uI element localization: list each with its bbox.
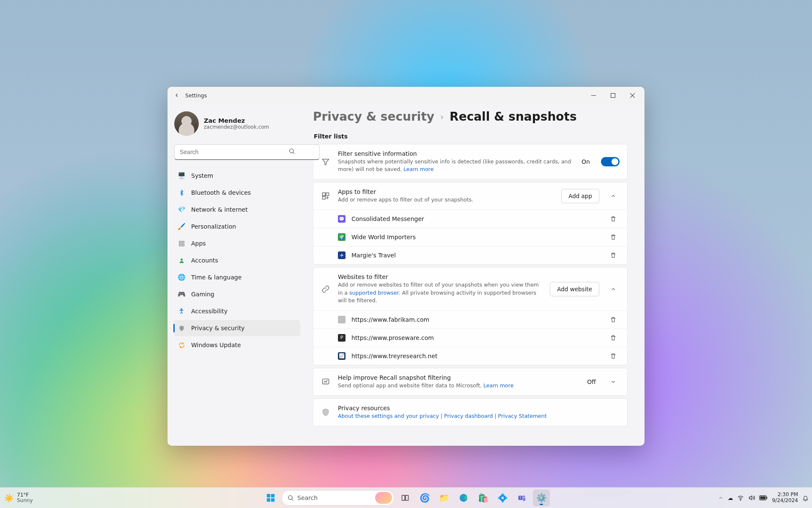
supported-browser-link[interactable]: supported browser xyxy=(349,290,398,296)
svg-rect-4 xyxy=(179,244,181,246)
svg-rect-10 xyxy=(323,196,326,199)
tray-notifications-icon[interactable] xyxy=(802,495,809,501)
add-app-button[interactable]: Add app xyxy=(561,189,599,203)
nav-network[interactable]: 💎Network & internet xyxy=(173,202,300,218)
breadcrumb-parent[interactable]: Privacy & security xyxy=(313,110,434,124)
app-icon: 🌍 xyxy=(338,233,346,241)
accounts-icon xyxy=(178,257,185,264)
taskbar-settings[interactable]: ⚙️ xyxy=(533,489,550,506)
nav-accounts[interactable]: Accounts xyxy=(173,252,300,268)
card-filter-sensitive: Filter sensitive information Snapshots w… xyxy=(313,144,628,179)
site-icon: P xyxy=(338,334,346,342)
site-row: P https://www.proseware.com xyxy=(313,329,627,347)
nav-gaming[interactable]: 🎮Gaming xyxy=(173,286,300,302)
user-name: Zac Mendez xyxy=(204,117,269,124)
learn-more-link[interactable]: Learn more xyxy=(403,166,433,172)
card-improve-filtering[interactable]: Help improve Recall snapshot filtering S… xyxy=(313,368,628,396)
nav-accessibility[interactable]: Accessibility xyxy=(173,303,300,319)
status-label: Off xyxy=(587,378,596,385)
section-title: Filter lists xyxy=(314,133,628,140)
settings-window: Settings Zac Mendez zacmendez@outlook.co… xyxy=(167,87,645,446)
delete-button[interactable] xyxy=(607,353,620,359)
minimize-button[interactable] xyxy=(584,87,603,104)
privacy-link[interactable]: Privacy Statement xyxy=(498,413,547,419)
site-url: https://www.proseware.com xyxy=(351,334,601,341)
link-icon xyxy=(321,284,330,294)
apps-filter-icon xyxy=(321,191,330,201)
app-row: 🌍 Wide World Importers xyxy=(313,228,627,246)
taskbar: ☀️ 71°F Sunny Search 🌀 📁 🛍️ 💠 T ⚙️ xyxy=(0,487,812,508)
tray-wifi-icon[interactable] xyxy=(737,494,744,501)
row-title: Filter sensitive information xyxy=(338,150,574,157)
taskbar-clock[interactable]: 2:30 PM 9/24/2024 xyxy=(772,492,798,504)
taskbar-weather[interactable]: ☀️ 71°F Sunny xyxy=(4,492,33,503)
start-button[interactable] xyxy=(262,489,279,506)
nav-system[interactable]: 🖥️System xyxy=(173,168,300,184)
back-button[interactable] xyxy=(171,89,183,101)
learn-more-link[interactable]: Learn more xyxy=(483,382,513,389)
taskbar-explorer[interactable]: 📁 xyxy=(436,489,453,506)
taskbar-copilot-app[interactable]: 💠 xyxy=(494,489,511,506)
tray-battery-icon[interactable] xyxy=(759,495,768,500)
add-website-button[interactable]: Add website xyxy=(550,282,599,296)
card-apps-filter: Apps to filter Add or remove apps to fil… xyxy=(313,182,628,265)
taskbar-edge[interactable] xyxy=(455,489,472,506)
app-row: ✈ Margie's Travel xyxy=(313,246,627,264)
app-row: 💬 Consolidated Messenger xyxy=(313,210,627,228)
window-title: Settings xyxy=(185,92,207,99)
svg-rect-26 xyxy=(767,497,768,499)
nav-windows-update[interactable]: Windows Update xyxy=(173,337,300,353)
titlebar: Settings xyxy=(167,87,645,104)
svg-point-1 xyxy=(290,149,294,153)
svg-rect-9 xyxy=(326,193,329,196)
nav-time-language[interactable]: 🌐Time & language xyxy=(173,269,300,285)
site-url: https://www.treyresearch.net xyxy=(351,353,601,359)
delete-button[interactable] xyxy=(607,234,620,240)
chevron-up-icon[interactable] xyxy=(607,193,620,199)
svg-rect-15 xyxy=(271,498,274,502)
taskbar-teams[interactable]: T xyxy=(513,489,530,506)
svg-rect-14 xyxy=(267,498,270,502)
svg-point-22 xyxy=(523,495,525,497)
row-desc: Send optional app and website filter dat… xyxy=(338,382,579,389)
system-tray: ☁ 2:30 PM 9/24/2024 xyxy=(718,492,809,504)
nav-apps[interactable]: Apps xyxy=(173,235,300,251)
nav-privacy-security[interactable]: Privacy & security xyxy=(173,320,300,336)
search-highlight-icon xyxy=(375,492,392,504)
row-desc: About these settings and your privacy | … xyxy=(338,412,620,420)
privacy-link[interactable]: Privacy dashboard xyxy=(444,413,493,419)
nav-personalization[interactable]: 🖌️Personalization xyxy=(173,218,300,235)
user-tile[interactable]: Zac Mendez zacmendez@outlook.com xyxy=(173,110,300,140)
maximize-button[interactable] xyxy=(603,87,623,104)
delete-button[interactable] xyxy=(607,252,620,259)
app-name: Consolidated Messenger xyxy=(351,215,601,222)
delete-button[interactable] xyxy=(607,215,620,222)
chevron-up-icon[interactable] xyxy=(607,286,620,292)
windows-update-icon xyxy=(178,341,185,349)
delete-button[interactable] xyxy=(607,316,620,323)
taskbar-search[interactable]: Search xyxy=(282,490,394,505)
svg-point-7 xyxy=(181,309,182,310)
app-icon: ✈ xyxy=(338,251,346,259)
app-name: Wide World Importers xyxy=(351,234,601,240)
svg-rect-8 xyxy=(323,193,326,196)
tray-onedrive-icon[interactable]: ☁ xyxy=(727,495,733,501)
apps-icon xyxy=(178,240,185,247)
search-box[interactable] xyxy=(174,144,299,160)
close-button[interactable] xyxy=(623,87,642,104)
tray-volume-icon[interactable] xyxy=(748,494,755,501)
tray-overflow-icon[interactable] xyxy=(718,495,723,500)
taskbar-copilot[interactable]: 🌀 xyxy=(416,489,433,506)
nav-bluetooth[interactable]: Bluetooth & devices xyxy=(173,185,300,201)
toggle-filter-sensitive[interactable] xyxy=(601,157,620,166)
privacy-link[interactable]: About these settings and your privacy xyxy=(338,413,439,419)
task-view-button[interactable] xyxy=(397,489,414,506)
taskbar-search-placeholder: Search xyxy=(297,494,318,501)
taskbar-store[interactable]: 🛍️ xyxy=(475,489,491,506)
weather-cond: Sunny xyxy=(17,498,33,503)
svg-rect-13 xyxy=(271,494,274,497)
row-desc: Add or remove apps to filter out of your… xyxy=(338,196,554,204)
user-email: zacmendez@outlook.com xyxy=(204,124,269,130)
search-input[interactable] xyxy=(174,144,320,160)
delete-button[interactable] xyxy=(607,334,620,341)
